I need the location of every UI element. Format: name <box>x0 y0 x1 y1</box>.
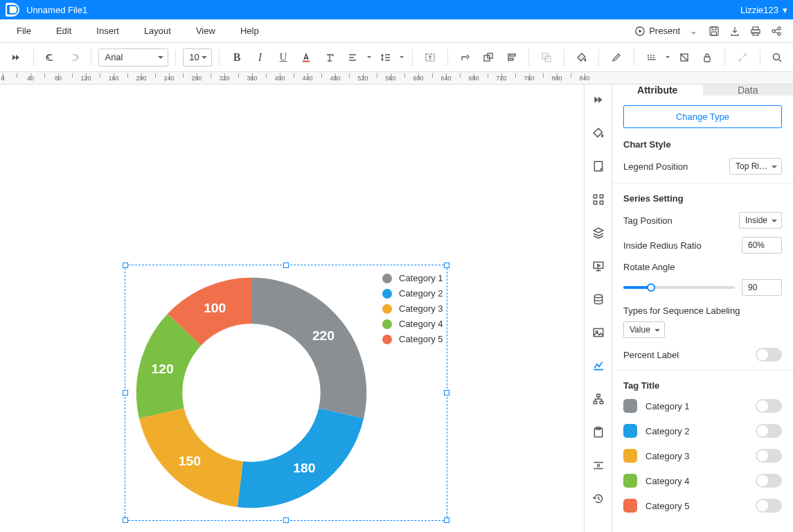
menu-view[interactable]: View <box>184 26 228 36</box>
tag-swatch-1[interactable] <box>623 424 637 438</box>
svg-rect-15 <box>510 58 513 60</box>
fill-color-button[interactable] <box>571 47 592 68</box>
tag-toggle-0[interactable] <box>756 399 782 413</box>
app-logo-icon[interactable] <box>6 3 19 17</box>
font-color-button[interactable] <box>296 47 317 68</box>
canvas[interactable]: 220180150120100 Category 1Category 2Cate… <box>0 85 584 532</box>
svg-rect-32 <box>600 401 603 403</box>
tag-swatch-3[interactable] <box>623 474 637 488</box>
italic-button[interactable]: I <box>250 47 271 68</box>
align-dropdown[interactable] <box>366 54 373 60</box>
collapse-panel-icon[interactable] <box>589 90 608 109</box>
section-tag-title: Tag Title <box>623 380 782 391</box>
clear-format-button[interactable] <box>319 47 340 68</box>
resize-handle-bm[interactable] <box>283 517 289 523</box>
horizontal-ruler: 0408012016020024028032036040044048052056… <box>0 72 793 85</box>
svg-rect-14 <box>510 54 515 56</box>
tag-row-4: Category 5 <box>623 499 782 513</box>
resize-handle-ml[interactable] <box>123 390 128 396</box>
clipboard-panel-icon[interactable] <box>589 423 608 442</box>
resize-handle-br[interactable] <box>444 517 449 523</box>
resize-handle-tl[interactable] <box>123 263 128 268</box>
rotate-angle-slider[interactable] <box>623 286 735 289</box>
presentation-panel-icon[interactable] <box>589 256 608 276</box>
tag-toggle-3[interactable] <box>756 474 782 488</box>
underline-button[interactable]: U <box>273 47 294 68</box>
database-panel-icon[interactable] <box>589 290 608 309</box>
resize-handle-bl[interactable] <box>123 517 128 523</box>
caret-down-icon: ▾ <box>783 5 787 15</box>
undo-button[interactable] <box>40 47 61 68</box>
lock-button[interactable] <box>697 47 718 68</box>
tag-position-select[interactable]: Inside <box>739 212 782 229</box>
menu-file[interactable]: File <box>4 26 44 36</box>
shape-button[interactable] <box>478 47 499 68</box>
menu-layout[interactable]: Layout <box>132 26 184 36</box>
tag-label-2: Category 3 <box>645 451 747 461</box>
search-button[interactable] <box>767 47 788 68</box>
svg-rect-10 <box>303 60 310 62</box>
legend-position-select[interactable]: Top Ri… <box>729 158 782 175</box>
bold-button[interactable]: B <box>226 47 247 68</box>
line-spacing-button[interactable] <box>375 47 396 68</box>
layers-panel-icon[interactable] <box>589 223 608 242</box>
svg-point-7 <box>772 30 775 33</box>
resize-handle-tr[interactable] <box>444 263 449 268</box>
rotate-angle-input[interactable]: 90 <box>742 279 782 296</box>
tab-data[interactable]: Data <box>703 85 794 96</box>
tag-row-2: Category 3 <box>623 449 782 463</box>
properties-panel: Attribute Data Change Type Chart Style L… <box>612 85 793 532</box>
change-type-button[interactable]: Change Type <box>623 105 782 128</box>
print-icon[interactable] <box>750 26 761 37</box>
save-icon[interactable] <box>709 26 720 37</box>
types-sequence-select[interactable]: Value <box>623 321 665 338</box>
font-family-select[interactable]: Arial <box>98 48 168 66</box>
tag-label-1: Category 2 <box>645 426 747 436</box>
pen-tool-button[interactable] <box>606 47 627 68</box>
text-box-button[interactable] <box>420 47 440 68</box>
image-panel-icon[interactable] <box>589 323 608 342</box>
resize-handle-mr[interactable] <box>444 390 449 396</box>
formatting-toolbar: Arial 10 B I U <box>0 43 793 72</box>
menu-edit[interactable]: Edit <box>44 26 84 36</box>
font-size-select[interactable]: 10 <box>183 48 212 66</box>
svg-point-20 <box>774 53 780 60</box>
fill-panel-icon[interactable] <box>589 123 608 143</box>
spacing-panel-icon[interactable] <box>589 456 608 475</box>
line-spacing-dropdown[interactable] <box>399 54 406 60</box>
orgchart-panel-icon[interactable] <box>589 389 608 409</box>
share-icon[interactable] <box>771 26 782 37</box>
tag-toggle-4[interactable] <box>756 499 782 513</box>
tag-toggle-1[interactable] <box>756 424 782 438</box>
tag-swatch-4[interactable] <box>623 499 637 513</box>
tab-attribute[interactable]: Attribute <box>612 85 703 96</box>
present-button[interactable]: Present <box>630 24 686 38</box>
connector-button[interactable] <box>455 47 476 68</box>
selection-box[interactable] <box>125 265 447 521</box>
resize-handle-tm[interactable] <box>283 263 289 268</box>
section-series-setting: Series Setting <box>623 193 782 204</box>
export-icon[interactable] <box>729 26 740 37</box>
menu-help[interactable]: Help <box>228 26 271 36</box>
menu-insert[interactable]: Insert <box>84 26 132 36</box>
user-name: Lizzie123 <box>740 5 778 15</box>
tag-swatch-0[interactable] <box>623 399 637 413</box>
menu-bar: File Edit Insert Layout View Help Presen… <box>0 19 793 43</box>
slider-thumb[interactable] <box>647 283 655 292</box>
crop-button[interactable] <box>674 47 695 68</box>
align-button[interactable] <box>343 47 364 68</box>
user-menu[interactable]: Lizzie123 ▾ <box>740 5 787 15</box>
align-objects-button[interactable] <box>501 47 522 68</box>
percent-label-toggle[interactable] <box>756 348 782 362</box>
page-panel-icon[interactable] <box>589 157 608 176</box>
inside-radius-input[interactable]: 60% <box>742 237 782 254</box>
tag-swatch-2[interactable] <box>623 449 637 463</box>
tag-toggle-2[interactable] <box>756 449 782 463</box>
history-panel-icon[interactable] <box>589 489 608 508</box>
line-style-dropdown[interactable] <box>664 54 671 60</box>
line-style-button[interactable] <box>641 47 662 68</box>
expand-left-panel-icon[interactable] <box>6 47 26 68</box>
chart-panel-icon[interactable] <box>589 356 608 375</box>
grid-panel-icon[interactable] <box>589 190 608 209</box>
present-dropdown[interactable]: ⌄ <box>686 26 702 36</box>
